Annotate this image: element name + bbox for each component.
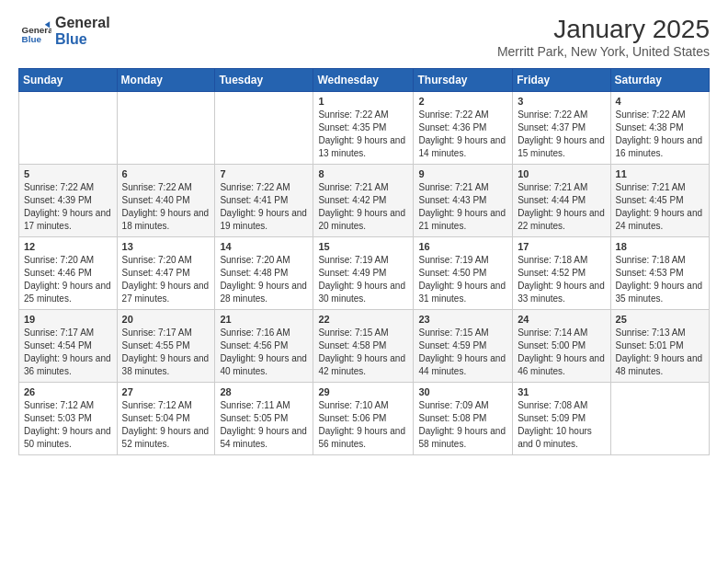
day-number: 19	[24, 314, 112, 325]
calendar-cell-4-2: 28Sunrise: 7:11 AMSunset: 5:05 PMDayligh…	[215, 383, 313, 455]
day-number: 5	[24, 168, 112, 179]
calendar-cell-0-5: 3Sunrise: 7:22 AMSunset: 4:37 PMDaylight…	[513, 92, 610, 165]
day-number: 12	[24, 241, 112, 252]
day-number: 4	[616, 96, 704, 107]
calendar-week-1: 5Sunrise: 7:22 AMSunset: 4:39 PMDaylight…	[19, 165, 710, 237]
calendar-cell-0-0	[19, 92, 118, 165]
calendar-cell-4-0: 26Sunrise: 7:12 AMSunset: 5:03 PMDayligh…	[19, 383, 118, 455]
day-number: 14	[220, 241, 308, 252]
day-info: Sunrise: 7:19 AMSunset: 4:49 PMDaylight:…	[318, 254, 408, 305]
calendar-cell-1-3: 8Sunrise: 7:21 AMSunset: 4:42 PMDaylight…	[313, 165, 414, 237]
day-info: Sunrise: 7:21 AMSunset: 4:44 PMDaylight:…	[518, 181, 605, 233]
day-number: 13	[122, 241, 210, 252]
calendar-cell-3-1: 20Sunrise: 7:17 AMSunset: 4:55 PMDayligh…	[117, 310, 215, 383]
calendar-header-friday: Friday	[513, 69, 610, 92]
day-info: Sunrise: 7:20 AMSunset: 4:46 PMDaylight:…	[24, 254, 112, 305]
day-info: Sunrise: 7:22 AMSunset: 4:41 PMDaylight:…	[220, 181, 308, 233]
calendar-week-3: 19Sunrise: 7:17 AMSunset: 4:54 PMDayligh…	[19, 310, 710, 383]
day-number: 15	[318, 241, 408, 252]
calendar-cell-0-4: 2Sunrise: 7:22 AMSunset: 4:36 PMDaylight…	[414, 92, 513, 165]
day-number: 17	[518, 241, 605, 252]
calendar-cell-3-5: 24Sunrise: 7:14 AMSunset: 5:00 PMDayligh…	[513, 310, 610, 383]
day-number: 16	[418, 241, 507, 252]
day-number: 8	[318, 168, 408, 179]
calendar-cell-1-6: 11Sunrise: 7:21 AMSunset: 4:45 PMDayligh…	[610, 165, 709, 237]
calendar-cell-2-3: 15Sunrise: 7:19 AMSunset: 4:49 PMDayligh…	[313, 237, 414, 310]
calendar-cell-2-4: 16Sunrise: 7:19 AMSunset: 4:50 PMDayligh…	[414, 237, 513, 310]
day-info: Sunrise: 7:12 AMSunset: 5:04 PMDaylight:…	[122, 399, 210, 451]
calendar-header-sunday: Sunday	[19, 69, 118, 92]
day-info: Sunrise: 7:20 AMSunset: 4:48 PMDaylight:…	[220, 254, 308, 305]
calendar-header-saturday: Saturday	[610, 69, 709, 92]
day-number: 21	[220, 314, 308, 325]
calendar-header-monday: Monday	[117, 69, 215, 92]
day-info: Sunrise: 7:22 AMSunset: 4:39 PMDaylight:…	[24, 181, 112, 233]
calendar-cell-1-5: 10Sunrise: 7:21 AMSunset: 4:44 PMDayligh…	[513, 165, 610, 237]
logo-blue-text: Blue	[55, 31, 110, 48]
calendar-cell-3-3: 22Sunrise: 7:15 AMSunset: 4:58 PMDayligh…	[313, 310, 414, 383]
day-number: 24	[518, 314, 605, 325]
calendar-cell-4-4: 30Sunrise: 7:09 AMSunset: 5:08 PMDayligh…	[414, 383, 513, 455]
day-info: Sunrise: 7:11 AMSunset: 5:05 PMDaylight:…	[220, 399, 308, 451]
day-info: Sunrise: 7:21 AMSunset: 4:42 PMDaylight:…	[318, 181, 408, 233]
calendar-cell-2-1: 13Sunrise: 7:20 AMSunset: 4:47 PMDayligh…	[117, 237, 215, 310]
month-title: January 2025	[497, 15, 710, 44]
day-number: 11	[616, 168, 704, 179]
day-number: 31	[518, 386, 605, 397]
day-number: 10	[518, 168, 605, 179]
day-number: 2	[418, 96, 507, 107]
day-info: Sunrise: 7:17 AMSunset: 4:54 PMDaylight:…	[24, 327, 112, 378]
calendar-week-2: 12Sunrise: 7:20 AMSunset: 4:46 PMDayligh…	[19, 237, 710, 310]
calendar-cell-3-4: 23Sunrise: 7:15 AMSunset: 4:59 PMDayligh…	[414, 310, 513, 383]
day-number: 25	[616, 314, 704, 325]
day-info: Sunrise: 7:15 AMSunset: 4:59 PMDaylight:…	[418, 327, 507, 378]
day-info: Sunrise: 7:18 AMSunset: 4:53 PMDaylight:…	[616, 254, 704, 305]
day-info: Sunrise: 7:21 AMSunset: 4:45 PMDaylight:…	[616, 181, 704, 233]
logo-icon: General Blue	[18, 15, 51, 48]
day-number: 23	[418, 314, 507, 325]
calendar-cell-2-0: 12Sunrise: 7:20 AMSunset: 4:46 PMDayligh…	[19, 237, 118, 310]
day-info: Sunrise: 7:15 AMSunset: 4:58 PMDaylight:…	[318, 327, 408, 378]
calendar-cell-4-6	[610, 383, 709, 455]
calendar-cell-2-6: 18Sunrise: 7:18 AMSunset: 4:53 PMDayligh…	[610, 237, 709, 310]
day-info: Sunrise: 7:22 AMSunset: 4:36 PMDaylight:…	[418, 109, 507, 160]
calendar-header-wednesday: Wednesday	[313, 69, 414, 92]
day-info: Sunrise: 7:16 AMSunset: 4:56 PMDaylight:…	[220, 327, 308, 378]
calendar-cell-1-0: 5Sunrise: 7:22 AMSunset: 4:39 PMDaylight…	[19, 165, 118, 237]
day-number: 22	[318, 314, 408, 325]
day-info: Sunrise: 7:22 AMSunset: 4:35 PMDaylight:…	[318, 109, 408, 160]
day-info: Sunrise: 7:21 AMSunset: 4:43 PMDaylight:…	[418, 181, 507, 233]
calendar-header-row: SundayMondayTuesdayWednesdayThursdayFrid…	[19, 69, 710, 92]
day-number: 3	[518, 96, 605, 107]
day-info: Sunrise: 7:08 AMSunset: 5:09 PMDaylight:…	[518, 399, 605, 451]
day-number: 29	[318, 386, 408, 397]
day-info: Sunrise: 7:17 AMSunset: 4:55 PMDaylight:…	[122, 327, 210, 378]
svg-text:Blue: Blue	[22, 34, 42, 44]
calendar-cell-0-2	[215, 92, 313, 165]
title-block: January 2025 Merritt Park, New York, Uni…	[497, 15, 710, 59]
day-info: Sunrise: 7:09 AMSunset: 5:08 PMDaylight:…	[418, 399, 507, 451]
calendar-cell-4-3: 29Sunrise: 7:10 AMSunset: 5:06 PMDayligh…	[313, 383, 414, 455]
calendar-cell-4-1: 27Sunrise: 7:12 AMSunset: 5:04 PMDayligh…	[117, 383, 215, 455]
calendar-header-thursday: Thursday	[414, 69, 513, 92]
day-number: 18	[616, 241, 704, 252]
calendar-cell-2-5: 17Sunrise: 7:18 AMSunset: 4:52 PMDayligh…	[513, 237, 610, 310]
calendar-cell-2-2: 14Sunrise: 7:20 AMSunset: 4:48 PMDayligh…	[215, 237, 313, 310]
day-number: 30	[418, 386, 507, 397]
day-info: Sunrise: 7:22 AMSunset: 4:37 PMDaylight:…	[518, 109, 605, 160]
logo-text: General Blue	[55, 15, 110, 47]
calendar-cell-4-5: 31Sunrise: 7:08 AMSunset: 5:09 PMDayligh…	[513, 383, 610, 455]
day-number: 26	[24, 386, 112, 397]
calendar-cell-1-4: 9Sunrise: 7:21 AMSunset: 4:43 PMDaylight…	[414, 165, 513, 237]
logo-general-text: General	[55, 15, 110, 31]
day-number: 1	[318, 96, 408, 107]
calendar-header-tuesday: Tuesday	[215, 69, 313, 92]
day-number: 7	[220, 168, 308, 179]
calendar-cell-0-6: 4Sunrise: 7:22 AMSunset: 4:38 PMDaylight…	[610, 92, 709, 165]
location-text: Merritt Park, New York, United States	[497, 44, 710, 59]
logo: General Blue General Blue	[18, 15, 110, 48]
header: General Blue General Blue January 2025 M…	[18, 15, 710, 59]
day-number: 27	[122, 386, 210, 397]
calendar-week-4: 26Sunrise: 7:12 AMSunset: 5:03 PMDayligh…	[19, 383, 710, 455]
calendar-cell-3-6: 25Sunrise: 7:13 AMSunset: 5:01 PMDayligh…	[610, 310, 709, 383]
